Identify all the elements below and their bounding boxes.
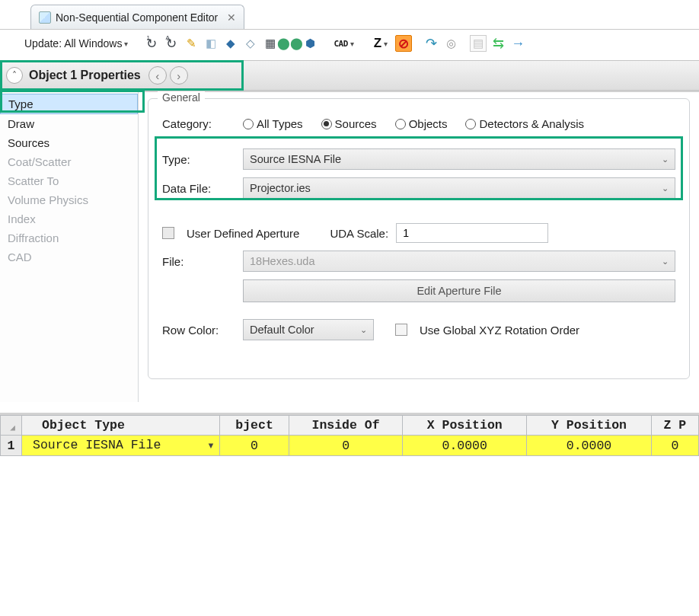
general-group: General Category: All Types Sources Obje… [148,98,690,379]
uda-scale-input[interactable] [396,223,548,243]
sidebar-item-type[interactable]: Type [0,94,138,114]
col-y-position[interactable]: Y Position [527,416,651,436]
col-bject[interactable]: bject [220,416,289,436]
uda-label: User Defined Aperture [187,227,299,240]
global-rotation-label: Use Global XYZ Rotation Order [420,324,579,337]
caret-down-icon: ▾ [384,40,388,48]
prev-object-button[interactable]: ‹ [148,66,167,85]
datafile-dropdown[interactable]: Projector.ies ⌄ [243,177,675,199]
properties-sidebar: Type Draw Sources Coat/Scatter Scatter T… [0,92,139,402]
editor-tab[interactable]: Non-Sequential Component Editor ✕ [30,5,244,29]
content-panel: General Category: All Types Sources Obje… [139,92,699,402]
type-value: Source IESNA File [250,153,341,165]
category-detectors[interactable]: Detectors & Analysis [465,117,584,130]
sidebar-item-index[interactable]: Index [0,209,138,228]
no-entry-icon[interactable]: ⊘ [395,35,412,52]
cell-xpos[interactable]: 0.0000 [403,436,527,456]
chevron-down-icon: ▾ [207,438,215,453]
hex-icon[interactable]: ⬢ [302,35,318,52]
refresh-all-icon[interactable] [163,35,180,52]
swap-icon[interactable]: ⇆ [490,35,506,52]
chevron-down-icon: ⌄ [662,155,669,164]
chevron-down-icon: ⌄ [360,325,367,335]
edit-aperture-button[interactable]: Edit Aperture File [243,279,675,302]
uda-checkbox[interactable] [162,227,174,239]
cad-label: CAD [334,39,347,49]
sidebar-item-sources[interactable]: Sources [0,133,138,152]
redo-icon[interactable]: ↷ [423,35,439,52]
collapse-toggle[interactable]: ˄ [6,67,23,84]
datafile-value: Projector.ies [250,182,311,194]
chevron-down-icon: ⌄ [662,184,669,193]
category-row: Category: All Types Sources Objects Dete… [162,117,675,130]
category-all-types[interactable]: All Types [243,117,303,130]
tab-bar: Non-Sequential Component Editor ✕ [0,0,699,30]
category-label: Category: [162,117,235,130]
toolbar: Update: All Windows ▾ ✎ ◧ ◆ ◇ ▦ ⬤⬤ ⬢ CAD… [0,30,699,60]
sidebar-item-draw[interactable]: Draw [0,114,138,133]
refresh-current-icon[interactable] [143,35,160,52]
object-grid[interactable]: Object Type bject Inside Of X Position Y… [0,415,699,456]
col-object-type[interactable]: Object Type [22,416,220,436]
z-label: Z [374,36,381,51]
edit-icon[interactable]: ✎ [183,35,199,52]
chevron-down-icon: ⌄ [662,257,669,267]
cell-inside[interactable]: 0 [289,436,403,456]
file-dropdown: 18Hexes.uda ⌄ [243,251,675,272]
sidebar-item-coat-scatter[interactable]: Coat/Scatter [0,152,138,171]
table-row[interactable]: 1 Source IESNA File ▾ 0 0 0.0000 0.0000 … [1,436,699,456]
caret-down-icon: ▾ [124,40,128,48]
caret-down-icon: ▾ [350,40,354,48]
category-sources[interactable]: Sources [321,117,377,130]
cell-object-type[interactable]: Source IESNA File ▾ [22,436,220,456]
sidebar-item-cad[interactable]: CAD [0,247,138,267]
file-value: 18Hexes.uda [250,255,314,267]
datafile-label: Data File: [162,182,235,195]
cell-ypos[interactable]: 0.0000 [527,436,651,456]
type-dropdown[interactable]: Source IESNA File ⌄ [243,148,675,170]
next-object-button[interactable]: › [170,66,188,85]
update-label: Update: All Windows [24,37,122,49]
close-tab-icon[interactable]: ✕ [227,11,236,24]
col-z-position[interactable]: Z P [651,416,698,436]
cell-zpos[interactable]: 0 [651,436,698,456]
link-icon[interactable]: ⬤⬤ [282,35,298,52]
cube-outline-icon[interactable]: ◧ [203,35,219,52]
sidebar-item-scatter-to[interactable]: Scatter To [0,171,138,190]
object-grid-wrap: Object Type bject Inside Of X Position Y… [0,413,699,456]
cube-wire-icon[interactable]: ◇ [242,35,259,52]
cad-dropdown[interactable]: CAD ▾ [329,37,358,50]
grid-corner[interactable] [1,416,22,436]
global-rotation-checkbox[interactable] [395,324,407,336]
rowcolor-dropdown[interactable]: Default Color ⌄ [243,319,374,340]
update-dropdown[interactable]: Update: All Windows ▾ [20,36,132,51]
file-label: File: [162,255,235,268]
type-datafile-block: Type: Source IESNA File ⌄ Data File: Pro… [162,138,675,209]
uda-scale-label: UDA Scale: [330,227,388,240]
rowcolor-value: Default Color [250,324,314,336]
rowcolor-label: Row Color: [162,324,235,337]
cube-solid-icon[interactable]: ◆ [222,35,239,52]
properties-header: ˄ Object 1 Properties ‹ › [0,60,699,91]
z-dropdown[interactable]: Z ▾ [369,34,392,53]
toggle-icon[interactable]: ◎ [442,35,459,52]
sidebar-item-volume-physics[interactable]: Volume Physics [0,190,138,209]
editor-tab-title: Non-Sequential Component Editor [56,11,218,24]
col-x-position[interactable]: X Position [403,416,527,436]
body: Type Draw Sources Coat/Scatter Scatter T… [0,91,699,402]
grid-icon[interactable]: ▦ [262,35,279,52]
general-group-title: General [158,91,205,104]
cell-bject[interactable]: 0 [220,436,289,456]
sidebar-item-diffraction[interactable]: Diffraction [0,228,138,247]
sheet-icon[interactable]: ▤ [470,35,487,52]
editor-tab-icon [39,11,51,24]
arrow-right-icon[interactable]: → [509,35,526,52]
category-objects[interactable]: Objects [395,117,448,130]
row-number[interactable]: 1 [1,436,22,456]
col-inside-of[interactable]: Inside Of [289,416,403,436]
type-label: Type: [162,153,235,166]
properties-title: Object 1 Properties [29,69,145,82]
